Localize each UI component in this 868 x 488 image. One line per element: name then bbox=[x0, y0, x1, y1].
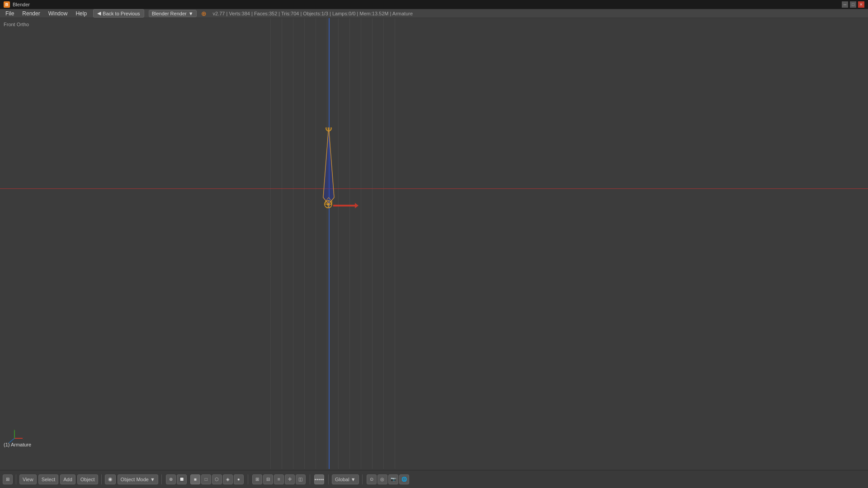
back-to-previous-label: Back to Previous bbox=[103, 11, 140, 16]
render-engine-select[interactable]: Blender Render ▼ bbox=[149, 10, 197, 17]
grid-line bbox=[270, 18, 271, 469]
snap-btn[interactable]: 🔲 bbox=[177, 474, 187, 484]
viewport-label: Front Ortho bbox=[4, 22, 29, 27]
props-btn[interactable]: ≡ bbox=[274, 474, 284, 484]
menu-file[interactable]: File bbox=[2, 9, 18, 18]
grid-line bbox=[327, 18, 327, 469]
transform-icons-group: ⊕ 🔲 bbox=[166, 474, 187, 484]
transform-x-arrow-tip bbox=[355, 203, 359, 208]
object-mode-label: Object Mode bbox=[121, 477, 149, 482]
manipulator-btn[interactable]: ✛ bbox=[285, 474, 295, 484]
blender-version-circle-icon: ⊕ bbox=[201, 10, 207, 17]
view-menu-btn[interactable]: View bbox=[19, 474, 37, 484]
grid-line bbox=[316, 18, 316, 469]
world-btn[interactable]: 🌐 bbox=[399, 474, 409, 484]
grid-line bbox=[395, 18, 395, 469]
3d-viewport[interactable]: Front Ortho X Y (1) Armature bbox=[0, 18, 868, 469]
separator bbox=[161, 474, 162, 484]
wireframe-mode-btn[interactable]: □ bbox=[201, 474, 211, 484]
global-chevron: ▼ bbox=[351, 477, 356, 482]
title-bar-left: B Blender bbox=[4, 1, 30, 8]
svg-text:Y: Y bbox=[13, 429, 16, 431]
separator bbox=[16, 474, 16, 484]
right-icons-group: ⊙ ◎ 📷 🌐 bbox=[367, 474, 409, 484]
pivot-point-btn[interactable]: ⊕ bbox=[166, 474, 176, 484]
viewport-grid-icon: ⊞ bbox=[6, 477, 9, 482]
render-btn[interactable]: ● bbox=[234, 474, 244, 484]
maximize-button[interactable]: □ bbox=[850, 1, 856, 8]
separator bbox=[101, 474, 102, 484]
render-engine-label: Blender Render bbox=[152, 11, 187, 16]
svg-text:X: X bbox=[23, 436, 24, 441]
title-bar-controls: ─ □ ✕ bbox=[842, 1, 864, 8]
separator bbox=[362, 474, 363, 484]
menu-window[interactable]: Window bbox=[45, 9, 71, 18]
mode-icons-group: ■ □ ⬡ ◈ ● bbox=[190, 474, 244, 484]
blender-icon: B bbox=[4, 1, 10, 8]
grid-line bbox=[338, 18, 339, 469]
mode-icon: ◉ bbox=[108, 476, 113, 482]
grid-line bbox=[282, 18, 282, 469]
menu-bar: File Render Window Help ◀ Back to Previo… bbox=[0, 9, 868, 18]
layer-dots-group: ●●●●● bbox=[314, 474, 324, 484]
global-select[interactable]: Global ▼ bbox=[332, 474, 359, 484]
origin-dot bbox=[324, 200, 333, 209]
grid-line bbox=[304, 18, 305, 469]
overlay-btn[interactable]: ⊞ bbox=[252, 474, 262, 484]
bottom-bar: ⊞ View Select Add Object ◉ Object Mode ▼… bbox=[0, 470, 868, 488]
window-title: Blender bbox=[13, 2, 30, 7]
layer-1-btn[interactable]: ●●●●● bbox=[314, 474, 324, 484]
transform-x-arrow bbox=[333, 205, 356, 206]
material-btn[interactable]: ◈ bbox=[223, 474, 233, 484]
separator bbox=[328, 474, 329, 484]
solid-mode-btn[interactable]: ■ bbox=[190, 474, 200, 484]
minimize-button[interactable]: ─ bbox=[842, 1, 848, 8]
y-axis-line bbox=[329, 18, 330, 469]
menu-help[interactable]: Help bbox=[72, 9, 90, 18]
global-label: Global bbox=[335, 477, 349, 482]
object-mode-select[interactable]: Object Mode ▼ bbox=[118, 474, 158, 484]
armature-info-label: (1) Armature bbox=[4, 442, 31, 447]
grid-line bbox=[361, 18, 361, 469]
overlay-icons-group: ⊞ ⊟ ≡ ✛ ◫ bbox=[252, 474, 306, 484]
select-menu-btn[interactable]: Select bbox=[38, 474, 59, 484]
back-arrow-icon: ◀ bbox=[97, 10, 101, 16]
grid-btn[interactable]: ⊟ bbox=[263, 474, 273, 484]
grid-line bbox=[383, 18, 384, 469]
title-bar: B Blender ─ □ ✕ bbox=[0, 0, 868, 9]
viewport-icon-btn[interactable]: ⊞ bbox=[3, 474, 13, 484]
grid-line bbox=[349, 18, 350, 469]
back-to-previous-button[interactable]: ◀ Back to Previous bbox=[93, 9, 144, 18]
object-mode-chevron: ▼ bbox=[150, 477, 155, 482]
object-menu-btn[interactable]: Object bbox=[77, 474, 98, 484]
add-menu-btn[interactable]: Add bbox=[60, 474, 75, 484]
close-button[interactable]: ✕ bbox=[858, 1, 864, 8]
separator bbox=[310, 474, 310, 484]
grid-line bbox=[372, 18, 373, 469]
menu-render[interactable]: Render bbox=[19, 9, 43, 18]
x-axis-line bbox=[0, 188, 868, 189]
texture-btn[interactable]: ⬡ bbox=[212, 474, 222, 484]
svg-marker-1 bbox=[323, 127, 334, 204]
layer-btn[interactable]: ◫ bbox=[296, 474, 306, 484]
separator bbox=[248, 474, 248, 484]
mode-icon-btn[interactable]: ◉ bbox=[105, 474, 116, 484]
render-icon-btn[interactable]: ◎ bbox=[377, 474, 387, 484]
grid-line bbox=[293, 18, 293, 469]
render-engine-chevron: ▼ bbox=[189, 11, 193, 16]
scene-btn[interactable]: ⊙ bbox=[367, 474, 377, 484]
camera-btn[interactable]: 📷 bbox=[388, 474, 398, 484]
version-info: v2.77 | Verts:384 | Faces:352 | Tris:704… bbox=[213, 11, 413, 16]
